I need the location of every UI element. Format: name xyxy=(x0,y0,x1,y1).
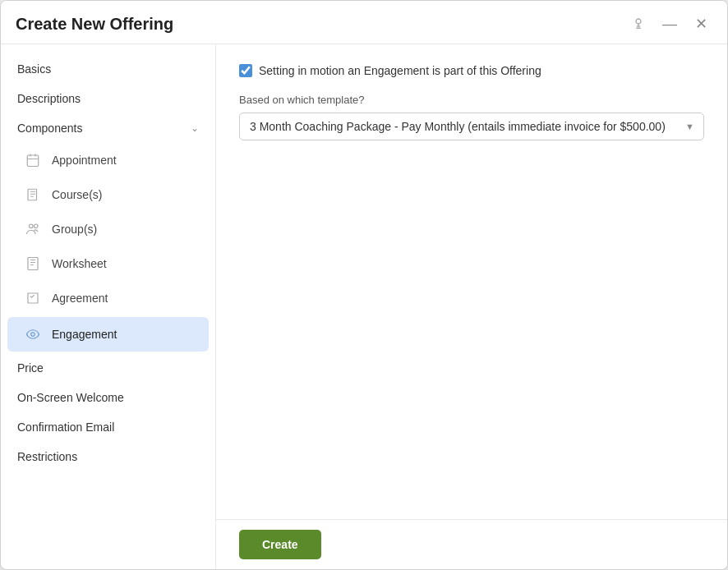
sidebar-item-descriptions[interactable]: Descriptions xyxy=(1,84,215,113)
dialog-body: Basics Descriptions Components ⌄ Appoint… xyxy=(1,44,727,569)
svg-point-6 xyxy=(31,333,35,337)
title-bar: Create New Offering — ✕ xyxy=(1,1,727,44)
svg-point-3 xyxy=(30,224,34,228)
svg-point-4 xyxy=(35,224,39,228)
sidebar-item-courses[interactable]: Course(s) xyxy=(1,177,215,212)
sidebar-item-components[interactable]: Components ⌄ xyxy=(1,113,215,143)
chevron-down-icon: ⌄ xyxy=(191,122,199,134)
template-field-label: Based on which template? xyxy=(239,94,704,106)
svg-rect-5 xyxy=(28,258,38,270)
groups-label: Group(s) xyxy=(52,223,97,236)
sidebar: Basics Descriptions Components ⌄ Appoint… xyxy=(1,44,216,569)
price-label: Price xyxy=(17,361,44,375)
create-offering-dialog: Create New Offering — ✕ Basics Desc xyxy=(0,0,728,570)
components-label: Components xyxy=(17,122,82,135)
engagement-checkbox-label: Setting in motion an Engagement is part … xyxy=(259,64,541,77)
close-icon: ✕ xyxy=(695,15,707,33)
sidebar-item-onscreen-welcome[interactable]: On-Screen Welcome xyxy=(1,383,215,412)
appointment-icon xyxy=(24,151,42,169)
courses-icon xyxy=(24,186,42,204)
agreement-icon xyxy=(24,289,42,307)
courses-label: Course(s) xyxy=(52,188,102,201)
worksheet-icon xyxy=(24,255,42,273)
confirmation-label: Confirmation Email xyxy=(17,421,114,434)
sidebar-item-groups[interactable]: Group(s) xyxy=(1,212,215,246)
sidebar-item-confirmation-email[interactable]: Confirmation Email xyxy=(1,412,215,442)
dialog-title: Create New Offering xyxy=(16,15,173,34)
sidebar-item-appointment[interactable]: Appointment xyxy=(1,143,215,177)
svg-rect-1 xyxy=(27,155,39,167)
onscreen-label: On-Screen Welcome xyxy=(17,391,124,404)
sidebar-item-worksheet[interactable]: Worksheet xyxy=(1,246,215,281)
restrictions-label: Restrictions xyxy=(17,450,77,463)
svg-rect-2 xyxy=(28,189,37,200)
worksheet-label: Worksheet xyxy=(52,257,107,270)
title-actions: — ✕ xyxy=(627,12,712,35)
close-button[interactable]: ✕ xyxy=(689,12,712,35)
content-area: Setting in motion an Engagement is part … xyxy=(216,44,727,519)
groups-icon xyxy=(24,220,42,238)
svg-point-0 xyxy=(636,19,641,24)
minimize-button[interactable]: — xyxy=(658,12,681,35)
agreement-label: Agreement xyxy=(52,292,108,305)
sidebar-item-restrictions[interactable]: Restrictions xyxy=(1,442,215,471)
engagement-label: Engagement xyxy=(52,328,117,341)
template-field: Based on which template? 3 Month Coachin… xyxy=(239,94,704,140)
engagement-checkbox[interactable] xyxy=(239,64,252,77)
lightbulb-button[interactable] xyxy=(627,12,650,35)
minimize-icon: — xyxy=(662,16,677,33)
engagement-checkbox-row: Setting in motion an Engagement is part … xyxy=(239,64,704,77)
sidebar-item-price[interactable]: Price xyxy=(1,353,215,383)
footer-bar: Create xyxy=(216,519,727,569)
lightbulb-icon xyxy=(631,16,646,31)
main-content: Setting in motion an Engagement is part … xyxy=(216,44,727,569)
template-select[interactable]: 3 Month Coaching Package - Pay Monthly (… xyxy=(239,113,704,140)
basics-label: Basics xyxy=(17,62,51,76)
engagement-icon xyxy=(24,325,42,343)
sidebar-item-engagement[interactable]: Engagement xyxy=(7,317,209,352)
appointment-label: Appointment xyxy=(52,154,117,167)
sidebar-item-basics[interactable]: Basics xyxy=(1,54,215,84)
descriptions-label: Descriptions xyxy=(17,92,81,105)
template-select-wrapper: 3 Month Coaching Package - Pay Monthly (… xyxy=(239,113,704,140)
sidebar-item-agreement[interactable]: Agreement xyxy=(1,281,215,315)
create-button[interactable]: Create xyxy=(239,530,321,559)
